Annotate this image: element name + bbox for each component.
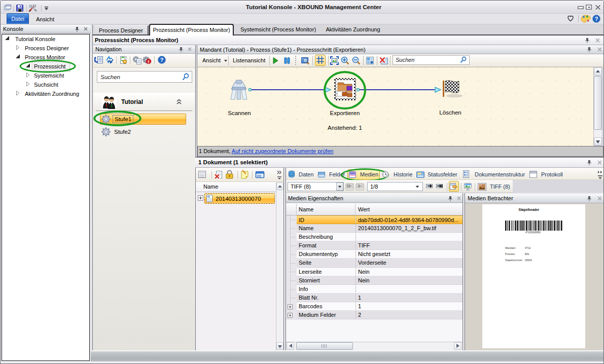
svg-text:Stapelnummer:: Stapelnummer: [505,259,523,262]
svg-text:Anstehend: 1: Anstehend: 1 [328,125,362,131]
svg-text:4712: 4712 [525,246,531,249]
svg-text:471200100081: 471200100081 [525,231,541,234]
svg-text:?: ? [160,57,164,63]
svg-text:Stapelheader: Stapelheader [519,208,540,212]
svg-text:Exportieren: Exportieren [330,110,360,116]
svg-text:00001: 00001 [525,259,532,262]
svg-text:801: 801 [525,252,529,256]
svg-text:Mandant:: Mandant: [505,246,516,249]
svg-text:Prozess:: Prozess: [505,252,515,256]
svg-text:Scannen: Scannen [228,110,251,116]
svg-text:!: ! [148,59,150,64]
svg-text:Löschen: Löschen [439,110,461,116]
svg-text:?: ? [595,16,598,22]
